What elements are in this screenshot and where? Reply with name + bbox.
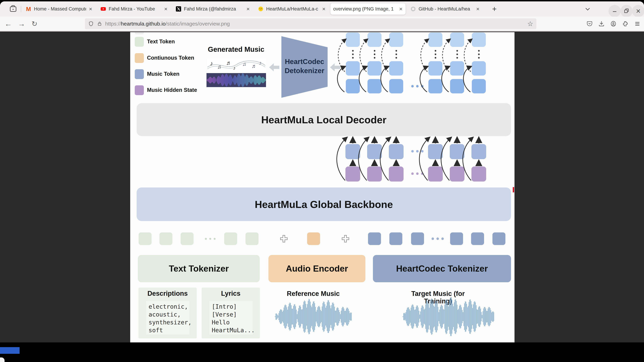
detokenizer-label-line2: Detokenizer — [282, 66, 328, 75]
firefox-view-icon[interactable] — [8, 4, 18, 13]
music-token-input-2 — [390, 232, 402, 245]
horizontal-ellipsis-mid-blue — [421, 150, 424, 152]
music-token-top-r3-c6 — [472, 79, 486, 93]
lyric-line-3: Hello — [212, 319, 250, 326]
url-text[interactable]: https://heartmula.github.io/static/image… — [105, 21, 524, 27]
vertical-ellipsis-dots — [396, 50, 397, 51]
tab-close-button[interactable]: × — [399, 6, 403, 12]
tab-title: GitHub - HeartMuLa/hea — [418, 6, 473, 12]
music-token-top-r2-c4 — [428, 61, 442, 75]
extensions-icon[interactable] — [622, 20, 628, 27]
vertical-ellipsis-dots — [352, 57, 354, 58]
tab-title: HeartMuLa/HeartMuLa-c — [266, 6, 320, 12]
music-token-top-r3-c3 — [389, 79, 403, 93]
tab-overflow-chevron-icon[interactable] — [583, 5, 592, 13]
vertical-ellipsis-dots — [435, 53, 436, 55]
firefox-window: MHome - Massed Compute×Fahd Mirza - YouT… — [0, 1, 644, 343]
text-token-2 — [160, 232, 172, 245]
back-button[interactable]: ← — [3, 19, 13, 29]
menu-icon[interactable] — [634, 20, 641, 27]
url-path: /static/images/overview.png — [166, 21, 230, 26]
vertical-ellipsis-dots — [352, 50, 354, 51]
close-window-button[interactable]: × — [632, 5, 644, 17]
legend-swatch-3 — [135, 69, 144, 79]
vertical-ellipsis-dots — [456, 53, 458, 55]
lyrics-text: [Intro][Verse]HelloHeartMuLa... — [209, 301, 252, 335]
generated-music-title: Generated Music — [206, 45, 267, 53]
music-token-top-r1-c2 — [368, 32, 382, 47]
bookmark-star-icon[interactable]: ☆ — [527, 20, 533, 28]
toolbar-icons — [586, 18, 641, 29]
cut-off-swatch — [135, 32, 144, 34]
svg-text:♪: ♪ — [210, 60, 213, 67]
plus-icon-1 — [280, 235, 288, 243]
legend-swatch-4 — [135, 85, 144, 95]
github-icon — [410, 6, 416, 12]
music-notes-art: ♪ ♫ ♬ ♪ ♫ ♬ ♪ — [206, 59, 266, 73]
browser-tab-6[interactable]: GitHub - HeartMuLa/hea× — [408, 3, 483, 15]
overview-png-image[interactable]: Text TokenContiunous TokenMusic TokenMus… — [130, 32, 514, 343]
music-hidden-state-c5 — [450, 166, 464, 182]
plus-icon-2 — [342, 235, 350, 243]
music-token-top-r2-c1 — [346, 61, 360, 75]
pocket-icon[interactable] — [586, 20, 593, 27]
music-token-input-5 — [471, 232, 484, 245]
horizontal-ellipsis-top-grid — [411, 85, 414, 87]
lyric-line-4: HeartMuLa... — [212, 326, 250, 334]
vertical-ellipsis-dots — [478, 53, 480, 55]
music-token-top-r1-c3 — [389, 32, 403, 47]
tab-bar: MHome - Massed Compute×Fahd Mirza - YouT… — [0, 1, 644, 16]
youtube-icon — [100, 6, 106, 12]
tab-title: overview.png (PNG Image, 1 — [333, 6, 396, 12]
legend-label-4: Music Hidden State — [147, 87, 197, 93]
music-hidden-state-c3 — [389, 166, 404, 182]
lyrics-card: Lyrics [Intro][Verse]HelloHeartMuLa... — [202, 288, 260, 338]
text-tokenizer-box: Text Tokenizer — [138, 255, 260, 282]
continuous-token — [307, 232, 320, 245]
music-token-mid-c1 — [346, 144, 360, 159]
heartmula-global-backbone-bar: HeartMuLa Global Backbone — [137, 187, 511, 221]
music-hidden-state-c2 — [367, 166, 382, 182]
tab-close-button[interactable]: × — [322, 6, 326, 12]
generated-waveform-panel — [206, 73, 266, 87]
heartcodec-tokenizer-box: HeartCodec Tokenizer — [373, 255, 511, 282]
account-icon[interactable] — [610, 20, 617, 27]
url-bar[interactable]: https://heartmula.github.io/static/image… — [85, 18, 536, 29]
tab-close-button[interactable]: × — [246, 6, 250, 12]
browser-tab-4[interactable]: HeartMuLa/HeartMuLa-c× — [255, 3, 329, 15]
massed-compute-icon: M — [26, 6, 32, 12]
browser-tab-3[interactable]: Fahd Mirza (@fahdmirza× — [173, 3, 253, 15]
lock-icon[interactable] — [97, 21, 102, 26]
download-icon[interactable] — [598, 20, 605, 27]
browser-tab-5[interactable]: overview.png (PNG Image, 1× — [330, 3, 406, 15]
horizontal-ellipsis-music-tokens — [436, 238, 439, 240]
text-token-5 — [246, 232, 258, 245]
heartmula-local-decoder-bar: HeartMuLa Local Decoder — [137, 103, 511, 136]
minimize-button[interactable] — [608, 5, 621, 17]
browser-tab-2[interactable]: Fahd Mirza - YouTube× — [98, 3, 170, 15]
tab-close-button[interactable]: × — [476, 6, 480, 12]
vertical-ellipsis-dots — [374, 50, 376, 51]
x-twitter-icon — [176, 6, 182, 12]
browser-tab-1[interactable]: MHome - Massed Compute× — [23, 3, 96, 15]
url-host: heartmula.github.io — [121, 21, 166, 26]
music-token-top-r3-c1 — [346, 79, 360, 93]
left-arrow-to-detokenizer — [330, 63, 340, 71]
tab-close-button[interactable]: × — [88, 6, 92, 12]
new-tab-button[interactable]: + — [489, 4, 500, 14]
forward-button[interactable]: → — [16, 19, 26, 29]
horizontal-ellipsis-music-tokens — [432, 238, 434, 240]
horizontal-ellipsis-music-tokens — [441, 238, 444, 240]
tab-close-button[interactable]: × — [164, 6, 168, 12]
maximize-button[interactable] — [620, 5, 632, 17]
music-token-top-r3-c5 — [450, 79, 464, 93]
text-token-3 — [180, 232, 194, 245]
shield-icon[interactable] — [88, 21, 94, 27]
descriptions-card: Descriptions electronic,acoustic,synthes… — [138, 288, 197, 338]
reload-button[interactable]: ↻ — [30, 19, 40, 29]
horizontal-ellipsis-mid-purple — [416, 172, 418, 175]
music-token-input-6 — [492, 232, 506, 245]
lyric-line-1: [Intro] — [212, 303, 250, 311]
music-token-top-r2-c2 — [368, 61, 382, 75]
music-token-top-r2-c6 — [472, 61, 486, 75]
